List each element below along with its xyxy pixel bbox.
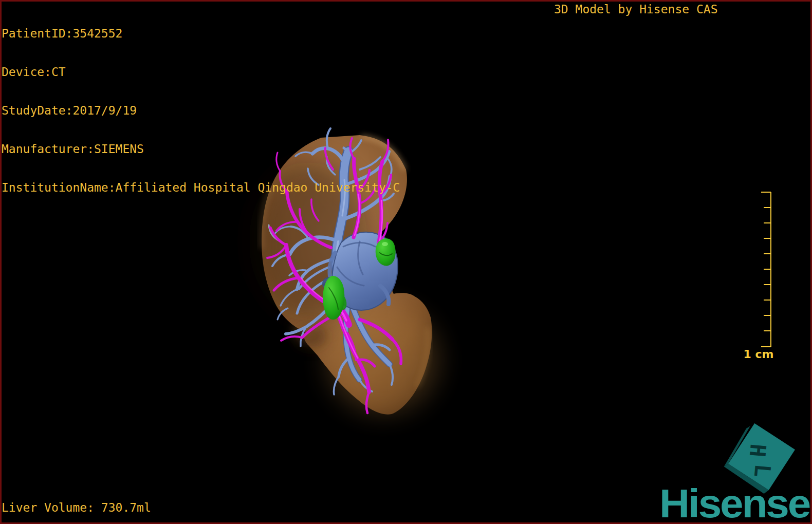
hisense-logo: Hisense [659,483,809,523]
cube-letter-h: H [745,443,771,458]
scale-bar: 1 cm [744,192,774,361]
patient-id-text: PatientID:3542552 [2,27,400,40]
scale-bar-label: 1 cm [744,348,774,361]
3d-viewport[interactable]: 1 cm H L PatientID:3542552 Device:CT Stu… [0,0,812,524]
institution-text: InstitutionName:Affiliated Hospital Qing… [2,181,400,194]
manufacturer-text: Manufacturer:SIEMENS [2,143,400,156]
study-date-text: StudyDate:2017/9/19 [2,104,400,117]
liver-volume-text: Liver Volume: 730.7ml [2,501,151,514]
cube-letter-l: L [749,463,776,478]
watermark-title: 3D Model by Hisense CAS [554,3,718,16]
device-text: Device:CT [2,66,400,79]
patient-info-block: PatientID:3542552 Device:CT StudyDate:20… [2,2,400,220]
